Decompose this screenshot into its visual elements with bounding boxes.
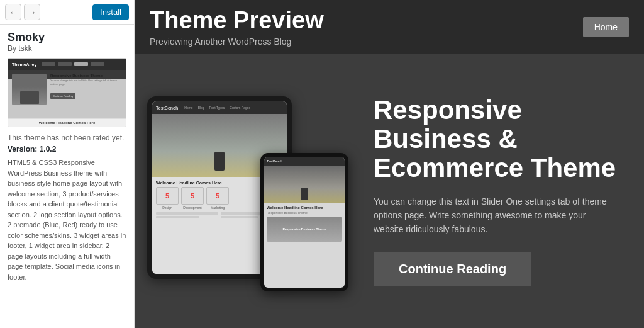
tablet-icon-box-dev: 5 [181, 187, 204, 205]
tablet-icon-box-design: 5 [156, 187, 179, 205]
forward-button[interactable]: → [24, 4, 40, 20]
thumb-cta: Continue Reading [50, 93, 75, 99]
home-button[interactable]: Home [583, 17, 629, 37]
tablet-icon-marketing: 5 Marketing [206, 187, 229, 210]
thumb-welcome: Welcome Headline Comes Here [8, 118, 126, 127]
phone-sub-text: Responsive Business Theme [282, 227, 326, 232]
phone-mockup: TestBench Welcome Headline Comes Here Re… [260, 153, 348, 291]
main-preview: Theme Preview Previewing Another WordPre… [135, 0, 644, 328]
tablet-nav: TestBench Home Blog Post Types Custom Pa… [152, 101, 287, 114]
tablet-nav-post: Post Types [209, 106, 225, 110]
theme-version: Version: 1.0.2 [8, 145, 126, 154]
thumb-text: Responsive Business Theme You can change… [50, 74, 122, 99]
phone-nav: TestBench [264, 157, 345, 166]
tablet-mkt-label: Marketing [211, 206, 225, 210]
tablet-nav-custom: Custom Pages [230, 106, 250, 110]
tablet-icon-design: 5 Design [156, 187, 179, 210]
thumb-heading: Responsive Business Theme [50, 74, 122, 77]
html5-icon-dev: 5 [191, 192, 194, 200]
phone-screen: TestBench Welcome Headline Comes Here Re… [264, 157, 345, 288]
tablet-logo: TestBench [156, 106, 178, 110]
tablet-design-label: Design [162, 206, 172, 210]
continue-reading-button[interactable]: Continue Reading [374, 252, 531, 286]
install-button[interactable]: Install [92, 4, 129, 20]
phone-tagline: Responsive Business Theme [267, 211, 342, 215]
tablet-dev-label: Development [183, 206, 201, 210]
thumb-nav-item [42, 62, 55, 66]
devices-area: TestBench Home Blog Post Types Custom Pa… [147, 90, 348, 291]
thumb-nav-item [58, 62, 72, 66]
thumb-nav-item-active [74, 62, 88, 66]
html5-icon-design: 5 [165, 192, 169, 200]
preview-subtitle: Previewing Another WordPress Blog [150, 37, 324, 47]
phone-sub-image: Responsive Business Theme [267, 217, 342, 242]
preview-header: Theme Preview Previewing Another WordPre… [135, 0, 644, 54]
thumb-hero-image [12, 74, 47, 105]
preview-body: TestBench Home Blog Post Types Custom Pa… [135, 54, 644, 328]
theme-description: HTML5 & CSS3 Responsive WordPress Busine… [8, 157, 126, 282]
html5-icon-mkt: 5 [216, 192, 219, 200]
phone-hero-image [264, 166, 345, 203]
hero-body: You can change this text in Slider One s… [374, 195, 613, 237]
hero-heading: Responsive Business & Ecommerce Theme [374, 96, 625, 183]
tablet-icon-box-mkt: 5 [206, 187, 229, 205]
preview-text-area: Responsive Business & Ecommerce Theme Yo… [374, 96, 625, 286]
back-button[interactable]: ← [5, 4, 21, 20]
preview-title: Theme Preview [150, 8, 324, 34]
theme-info: Smoky By tskk ThemeAlley Responsive Bus [0, 25, 134, 288]
theme-author: By tskk [8, 44, 126, 53]
theme-rating: This theme has not been rated yet. [8, 133, 126, 142]
phone-content: Welcome Headline Comes Here Responsive B… [264, 203, 345, 244]
tablet-hero-figure [214, 152, 225, 171]
tablet-icon-dev: 5 Development [181, 187, 204, 210]
sidebar: ← → Install Smoky By tskk ThemeAlley [0, 0, 135, 328]
thumb-nav-item [91, 62, 104, 66]
phone-heading: Welcome Headline Comes Here [267, 206, 342, 210]
tablet-nav-blog: Blog [198, 106, 204, 110]
phone-logo: TestBench [267, 159, 282, 163]
thumb-logo: ThemeAlley [12, 62, 36, 67]
preview-title-block: Theme Preview Previewing Another WordPre… [150, 8, 324, 47]
sidebar-toolbar: ← → Install [0, 0, 134, 25]
tablet-nav-home: Home [184, 106, 192, 110]
theme-thumbnail: ThemeAlley Responsive Business Theme You… [8, 58, 126, 127]
theme-name: Smoky [8, 31, 126, 44]
phone-hero-figure [301, 188, 308, 200]
thumb-body: You can change this text in Slider One s… [50, 79, 122, 86]
